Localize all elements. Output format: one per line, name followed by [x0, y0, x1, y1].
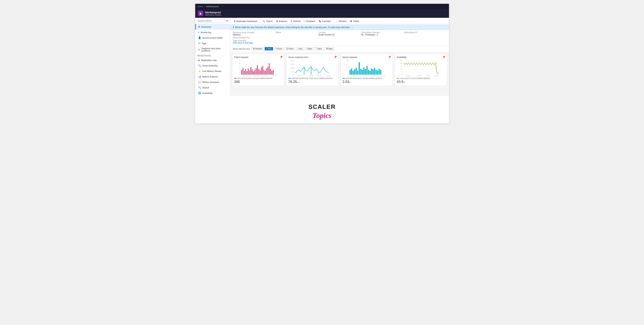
- svg-rect-32: [269, 63, 270, 74]
- svg-rect-69: [359, 62, 360, 74]
- svg-rect-67: [356, 68, 357, 74]
- svg-rect-68: [357, 70, 358, 74]
- favorites-button[interactable]: 🔖 Favorites: [317, 19, 332, 23]
- sidebar-item-access-control[interactable]: 👤 Access control (IAM): [195, 35, 230, 40]
- svg-text:10:00 AM: 10:00 AM: [243, 75, 248, 76]
- location-label: Location: [318, 32, 360, 34]
- svg-text:20: 20: [239, 63, 240, 64]
- breadcrumb-home[interactable]: Home: [198, 5, 203, 8]
- sidebar-item-label: Metrics Explorer: [202, 76, 218, 78]
- svg-rect-23: [257, 65, 258, 74]
- server-response-title: Server response time: [288, 56, 336, 58]
- access-control-icon: 👤: [198, 36, 201, 39]
- pin-icon-2[interactable]: 📌: [334, 56, 337, 58]
- svg-rect-80: [376, 70, 377, 74]
- collapse-button[interactable]: ≪: [226, 19, 228, 22]
- sidebar-item-label: Search: [202, 86, 209, 89]
- availability-chart: Availability 📌 50% 40% 30%: [394, 54, 447, 86]
- time-6hr[interactable]: 6 hours: [274, 47, 284, 50]
- time-1d[interactable]: 1 day: [296, 47, 304, 50]
- svg-rect-31: [267, 67, 268, 74]
- server-requests-title: Server requests: [342, 56, 391, 58]
- svg-text:30%: 30%: [400, 66, 403, 67]
- app-dashboard-label: Application Dashboard: [236, 20, 258, 22]
- svg-rect-71: [362, 70, 363, 74]
- svg-text:10: 10: [239, 68, 240, 70]
- metadata-tags: Tags (change) Click here to add tags: [233, 38, 446, 44]
- analytics-button[interactable]: ⊞ Analytics: [274, 19, 288, 23]
- charts-grid: Failed requests 📌 25: [230, 52, 449, 88]
- svg-text:11:15 AM: 11:15 AM: [434, 75, 439, 76]
- sidebar-investigate-nav: ◈ Application map 🔍 Smart Detection ⚡ Li…: [195, 57, 230, 96]
- resource-group-cell: Resource group (change) fabrikam: [233, 32, 275, 36]
- time-1hr[interactable]: 1 hour: [265, 47, 273, 50]
- sidebar-item-availability[interactable]: 🌐 Availability: [195, 90, 230, 96]
- sidebar-item-tags[interactable]: 🏷 Tags: [195, 40, 230, 46]
- info-banner: ℹ We've made the new Overview the defaul…: [230, 24, 449, 30]
- time-30min[interactable]: 30 minutes: [251, 47, 264, 50]
- time-3d[interactable]: 3 days: [305, 47, 314, 50]
- svg-text:10:45 AM: 10:45 AM: [416, 75, 422, 76]
- time-30d[interactable]: 30 days: [324, 47, 334, 50]
- analytics-icon: ⊞: [276, 20, 278, 22]
- app-subtitle: Application Insights: [205, 14, 221, 16]
- sidebar-item-application-map[interactable]: ◈ Application map: [195, 57, 230, 63]
- toolbar: ★ Application Dashboard 🔍 Search ⊞ Analy…: [230, 18, 449, 24]
- sidebar-item-label: Metrics (preview): [202, 81, 219, 83]
- metadata-grid: Resource group (change) fabrikam Status …: [233, 32, 446, 38]
- legend-color-requests: [342, 78, 345, 79]
- sidebar-item-label: Tags: [202, 42, 206, 44]
- svg-text:11 AM: 11 AM: [318, 75, 321, 76]
- pin-icon-4[interactable]: 📌: [442, 56, 445, 58]
- instrumentation-label: Instrumentation Key: [233, 36, 275, 38]
- server-response-value: 76.25ms: [288, 80, 336, 84]
- svg-text:0: 0: [348, 74, 348, 75]
- brand-topics: Topics: [313, 111, 332, 120]
- refresh-label: Refresh: [293, 20, 300, 22]
- failed-requests-legend-label: FAILED REQUESTS (SUM) FABRIKAMPROD: [238, 78, 273, 79]
- add-tags-link[interactable]: Click here to add tags: [233, 42, 253, 44]
- svg-text:800ms: 800ms: [290, 60, 294, 61]
- svg-text:10:45 AM: 10:45 AM: [308, 75, 313, 76]
- failed-requests-value: 346: [234, 80, 282, 84]
- time-12hr[interactable]: 12 hours: [284, 47, 295, 50]
- refresh-button[interactable]: ↻ Refresh: [289, 19, 302, 23]
- sidebar-item-smart-detection[interactable]: 🔍 Smart Detection: [195, 63, 230, 68]
- sidebar-search-container: ≪: [195, 18, 230, 24]
- failed-requests-chart: Failed requests 📌 25: [232, 54, 284, 86]
- rename-button[interactable]: → Rename: [334, 19, 348, 23]
- pin-icon[interactable]: 📌: [280, 56, 283, 58]
- app-container: Home > fabrikamprod ◆ fabrikamprod Appli…: [195, 4, 449, 124]
- svg-text:11:15 AM: 11:15 AM: [271, 75, 276, 76]
- svg-rect-64: [351, 68, 352, 74]
- failed-requests-legend: FAILED REQUESTS (SUM) FABRIKAMPROD: [234, 78, 282, 79]
- svg-rect-11: [241, 70, 242, 74]
- search-button[interactable]: 🔍 Search: [261, 19, 274, 23]
- svg-text:200ms: 200ms: [290, 71, 294, 72]
- time-selector-label: Show data for last:: [233, 48, 250, 50]
- svg-rect-30: [266, 68, 267, 74]
- sidebar-item-search[interactable]: 🔍 Search: [195, 85, 230, 90]
- availability-value: 43.5%: [397, 80, 445, 84]
- svg-rect-27: [262, 66, 263, 74]
- svg-rect-73: [365, 69, 366, 74]
- time-7d[interactable]: 7 days: [315, 47, 323, 50]
- search-input[interactable]: [197, 19, 225, 23]
- sidebar-item-metrics-explorer[interactable]: 📊 Metrics Explorer: [195, 74, 230, 79]
- svg-text:10:00 AM: 10:00 AM: [406, 75, 410, 76]
- app-dashboard-button[interactable]: ★ Application Dashboard: [232, 19, 259, 23]
- delete-button[interactable]: 🗑 Delete: [348, 19, 361, 23]
- availability-icon: 🌐: [198, 92, 201, 94]
- svg-rect-16: [248, 68, 248, 74]
- analytics-label: Analytics: [279, 20, 287, 22]
- svg-rect-70: [360, 69, 362, 74]
- sidebar-item-live-metrics[interactable]: ⚡ Live Metrics Stream: [195, 68, 230, 74]
- sidebar-item-activity-log[interactable]: ≡ Activity log: [195, 30, 230, 35]
- sidebar-item-overview[interactable]: ⊙ Overview: [195, 24, 230, 30]
- info-link[interactable]: →: [351, 26, 353, 28]
- pin-icon-3[interactable]: 📌: [388, 56, 391, 58]
- feedback-button[interactable]: ○ Feedback: [302, 19, 317, 23]
- svg-rect-13: [244, 71, 245, 74]
- sidebar-item-diagnose[interactable]: ✕ Diagnose and solve problems: [195, 46, 230, 53]
- sidebar-item-metrics-preview[interactable]: 📈 Metrics (preview): [195, 79, 230, 85]
